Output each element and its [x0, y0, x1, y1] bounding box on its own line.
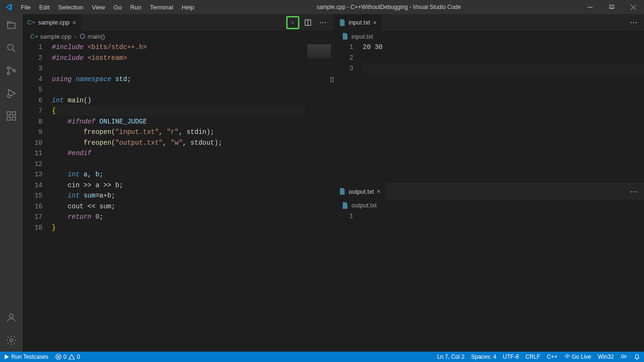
breadcrumb-output[interactable]: output.txt — [334, 200, 644, 211]
svg-point-7 — [8, 95, 10, 98]
status-bar: Run Testcases 0 0 Ln 7, Col 2 Spaces: 4 … — [0, 352, 644, 362]
workbench: C+ sample.cpp × ⋯ C+ sample.cpp › main — [0, 14, 644, 352]
editor-input-txt: input.txt × ⋯ input.txt 123 20 30 — [334, 14, 644, 183]
line-gutter: 123 — [334, 42, 363, 183]
close-tab-icon[interactable]: × — [373, 19, 377, 26]
minimap[interactable] — [305, 42, 333, 352]
code-area[interactable] — [363, 211, 644, 352]
editor-output-txt: output.txt × ⋯ output.txt 1 — [334, 183, 644, 352]
file-icon — [341, 33, 349, 40]
menu-run[interactable]: Run — [126, 0, 146, 14]
source-control-icon[interactable] — [0, 59, 23, 82]
menu-go[interactable]: Go — [109, 0, 126, 14]
explorer-icon[interactable] — [0, 14, 23, 37]
run-debug-icon[interactable] — [0, 82, 23, 105]
activity-bar — [0, 14, 23, 352]
minimap-indicator — [330, 77, 333, 82]
tab-input-txt[interactable]: input.txt × — [334, 14, 382, 31]
cpp-file-icon: C+ — [27, 19, 35, 26]
indentation-status[interactable]: Spaces: 4 — [471, 354, 496, 360]
more-actions-icon[interactable]: ⋯ — [627, 16, 640, 29]
breadcrumb-file: input.txt — [352, 33, 373, 40]
tab-label: input.txt — [349, 19, 371, 26]
os-status[interactable]: Win32 — [598, 354, 614, 360]
svg-point-5 — [8, 73, 10, 75]
language-mode[interactable]: C++ — [547, 354, 558, 360]
close-tab-icon[interactable]: × — [377, 188, 380, 195]
tab-label: sample.cpp — [38, 19, 69, 26]
search-icon[interactable] — [0, 37, 23, 59]
cursor-position[interactable]: Ln 7, Col 2 — [437, 354, 464, 360]
svg-point-13 — [10, 339, 13, 342]
tab-bar-output: output.txt × ⋯ — [334, 183, 644, 200]
breadcrumb-file: output.txt — [352, 202, 377, 209]
svg-rect-10 — [12, 117, 16, 120]
menu-selection[interactable]: Selection — [54, 0, 87, 14]
window-controls — [579, 0, 644, 14]
more-actions-icon[interactable]: ⋯ — [627, 185, 640, 198]
title-bar: FileEditSelectionViewGoRunTerminalHelp s… — [0, 0, 644, 14]
extensions-icon[interactable] — [0, 105, 23, 127]
file-icon — [341, 202, 349, 209]
editor-content-input[interactable]: 123 20 30 — [334, 42, 644, 183]
go-live-button[interactable]: Go Live — [564, 354, 591, 360]
svg-point-4 — [8, 67, 10, 69]
run-testcases-button[interactable]: Run Testcases — [4, 354, 49, 360]
tab-bar-input: input.txt × ⋯ — [334, 14, 644, 31]
code-area[interactable]: #include <bits/stdc++.h>#include <iostre… — [52, 42, 305, 352]
code-area[interactable]: 20 30 — [363, 42, 644, 183]
more-actions-icon[interactable]: ⋯ — [316, 16, 330, 29]
svg-rect-0 — [587, 7, 593, 8]
maximize-button[interactable] — [601, 0, 622, 14]
run-code-button[interactable] — [286, 16, 299, 29]
svg-rect-8 — [7, 112, 10, 115]
accounts-icon[interactable] — [0, 306, 23, 329]
editor-main[interactable]: 123456789101112131415161718 #include <bi… — [23, 42, 333, 352]
minimize-button[interactable] — [579, 0, 601, 14]
window-title: sample.cpp - C++WithoutDebugging - Visua… — [198, 4, 579, 10]
encoding-status[interactable]: UTF-8 — [503, 354, 519, 360]
menu-view[interactable]: View — [88, 0, 109, 14]
breadcrumb[interactable]: C+ sample.cpp › main() — [23, 31, 333, 42]
svg-rect-1 — [609, 5, 613, 8]
menu-help[interactable]: Help — [177, 0, 198, 14]
feedback-icon[interactable] — [620, 354, 627, 360]
svg-rect-11 — [12, 112, 16, 115]
split-editor-icon[interactable] — [301, 16, 314, 29]
eol-status[interactable]: CRLF — [526, 354, 540, 360]
tab-output-txt[interactable]: output.txt × — [334, 183, 386, 200]
editor-actions: ⋯ — [286, 16, 333, 29]
breadcrumb-input[interactable]: input.txt — [334, 31, 644, 42]
editor-group-side: input.txt × ⋯ input.txt 123 20 30 — [333, 14, 644, 352]
file-icon — [339, 19, 346, 26]
svg-point-18 — [621, 355, 624, 358]
menu-terminal[interactable]: Terminal — [146, 0, 177, 14]
menu-edit[interactable]: Edit — [35, 0, 54, 14]
close-button[interactable] — [622, 0, 644, 14]
problems-status[interactable]: 0 0 — [55, 354, 80, 360]
notifications-icon[interactable] — [634, 354, 640, 360]
menu-bar: FileEditSelectionViewGoRunTerminalHelp — [17, 0, 198, 14]
tab-label: output.txt — [349, 188, 374, 195]
svg-rect-9 — [7, 117, 10, 120]
svg-rect-2 — [611, 5, 614, 8]
breadcrumb-file: sample.cpp — [40, 33, 71, 40]
breadcrumb-symbol: main() — [88, 33, 105, 40]
file-icon — [339, 188, 346, 195]
menu-file[interactable]: File — [17, 0, 35, 14]
line-gutter: 123456789101112131415161718 — [23, 42, 52, 352]
line-gutter: 1 — [334, 211, 363, 352]
svg-point-3 — [8, 44, 13, 50]
editor-content-output[interactable]: 1 — [334, 211, 644, 352]
settings-gear-icon[interactable] — [0, 329, 23, 352]
tab-sample-cpp[interactable]: C+ sample.cpp × — [23, 14, 82, 31]
editor-group-main: C+ sample.cpp × ⋯ C+ sample.cpp › main — [23, 14, 333, 352]
svg-point-12 — [9, 314, 13, 318]
svg-point-6 — [13, 70, 16, 72]
vscode-logo — [0, 3, 17, 11]
tab-bar-main: C+ sample.cpp × ⋯ — [23, 14, 333, 31]
svg-point-17 — [566, 356, 568, 358]
close-tab-icon[interactable]: × — [72, 19, 76, 26]
